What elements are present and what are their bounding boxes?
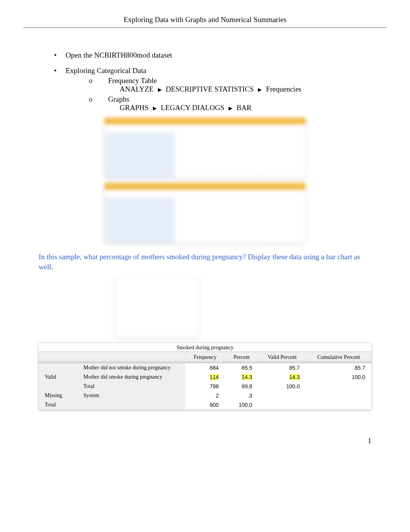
table-row: Mother did smoke during pregnancy 114 14… xyxy=(39,372,371,382)
header-divider xyxy=(23,27,387,28)
col-cumulative-percent: Cumulative Percent xyxy=(306,352,371,363)
cell-pct: 85.5 xyxy=(225,363,258,373)
cell-vpct xyxy=(258,391,306,400)
menu-frequencies: Frequencies xyxy=(266,85,302,93)
cell-cpct xyxy=(306,400,371,410)
cell-vpct xyxy=(258,400,306,410)
subbullet-graphs-text: Graphs xyxy=(108,95,129,104)
menu-analyze: ANALYZE xyxy=(120,85,154,93)
total-group-label: Total xyxy=(39,400,77,410)
menu-path-bar: GRAPHS LEGACY DIALOGS BAR xyxy=(120,104,371,112)
cell-freq-highlight: 114 xyxy=(185,372,225,382)
table-header-row: Frequency Percent Valid Percent Cumulati… xyxy=(39,352,371,363)
col-blank xyxy=(39,352,185,363)
col-frequency: Frequency xyxy=(185,352,225,363)
cell-cpct xyxy=(306,391,371,400)
arrow-icon xyxy=(229,107,232,110)
cell-freq: 2 xyxy=(185,391,225,400)
cell-pct: 100.0 xyxy=(225,400,258,410)
cell-cpct: 100.0 xyxy=(306,372,371,382)
cell-pct-highlight: 14.3 xyxy=(225,372,258,382)
cat-did-not-smoke: Mother did not smoke during pregnancy xyxy=(77,363,185,373)
subbullet-o-icon: o xyxy=(89,95,108,104)
highlighted-value: 14.3 xyxy=(289,374,300,380)
menu-descriptive-stats: DESCRIPTIVE STATISTICS xyxy=(166,85,254,93)
cell-pct: 99.8 xyxy=(225,382,258,391)
menu-bar: BAR xyxy=(236,104,251,112)
page-number: 1 xyxy=(0,437,371,445)
cell-cpct: 85.7 xyxy=(306,363,371,373)
cell-freq: 798 xyxy=(185,382,225,391)
menu-graphs: GRAPHS xyxy=(120,104,149,112)
cell-vpct-highlight: 14.3 xyxy=(258,372,306,382)
col-valid-percent: Valid Percent xyxy=(258,352,306,363)
cell-vpct: 85.7 xyxy=(258,363,306,373)
document-body: • Open the NCBIRTH800mod dataset • Explo… xyxy=(39,51,371,410)
cat-valid-total: Total xyxy=(77,382,185,391)
cell-freq: 684 xyxy=(185,363,225,373)
menu-path-frequencies: ANALYZE DESCRIPTIVE STATISTICS Frequenci… xyxy=(120,85,371,93)
cell-vpct: 100.0 xyxy=(258,382,306,391)
bullet-exploring-categorical: • Exploring Categorical Data xyxy=(54,66,371,75)
col-percent: Percent xyxy=(225,352,258,363)
subbullet-graphs: o Graphs xyxy=(89,95,371,104)
table-row: Missing System 2 .3 xyxy=(39,391,371,400)
cell-cpct xyxy=(306,382,371,391)
missing-group-label: Missing xyxy=(39,391,77,400)
spss-graphs-menu-screenshot xyxy=(105,183,305,243)
spss-analyze-menu-screenshot xyxy=(105,117,305,177)
table-row: Valid Mother did not smoke during pregna… xyxy=(39,363,371,373)
subbullet-frequency-table-text: Frequency Table xyxy=(108,76,157,85)
bullet-open-dataset-text: Open the NCBIRTH800mod dataset xyxy=(66,51,172,59)
highlighted-value: 14.3 xyxy=(242,374,252,380)
cat-did-smoke: Mother did smoke during pregnancy xyxy=(77,372,185,382)
arrow-icon xyxy=(153,107,157,110)
question-text: In this sample, what percentage of mothe… xyxy=(39,252,371,272)
arrow-icon xyxy=(158,88,162,92)
subbullet-frequency-table: o Frequency Table xyxy=(89,76,371,85)
highlighted-value: 114 xyxy=(210,374,219,380)
cat-blank xyxy=(77,400,185,410)
cell-pct: .3 xyxy=(225,391,258,400)
arrow-icon xyxy=(258,88,262,92)
frequency-table-grid: Frequency Percent Valid Percent Cumulati… xyxy=(39,352,371,410)
table-row: Total 798 99.8 100.0 xyxy=(39,382,371,391)
valid-group-label: Valid xyxy=(39,363,77,391)
bullet-open-dataset: • Open the NCBIRTH800mod dataset xyxy=(54,51,371,59)
frequency-table-title: Smoked during pregnancy xyxy=(39,343,371,352)
page-title: Exploring Data with Graphs and Numerical… xyxy=(0,15,410,27)
cat-system: System xyxy=(77,391,185,400)
bullet-exploring-categorical-text: Exploring Categorical Data xyxy=(66,66,146,75)
cell-freq: 800 xyxy=(185,400,225,410)
bullet-dot-icon: • xyxy=(54,51,66,59)
subbullet-o-icon: o xyxy=(89,76,108,85)
menu-legacy-dialogs: LEGACY DIALOGS xyxy=(161,104,224,112)
bar-chart-thumbnail xyxy=(116,278,199,338)
frequency-table: Smoked during pregnancy Frequency Percen… xyxy=(39,343,371,410)
table-row: Total 800 100.0 xyxy=(39,400,371,410)
bullet-dot-icon: • xyxy=(54,66,66,75)
